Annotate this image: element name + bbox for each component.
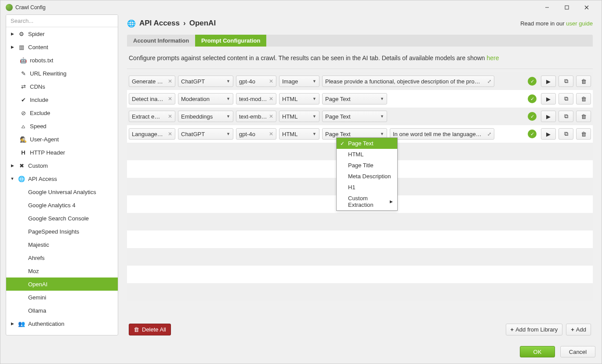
prompt-row: Generate alt tex✕ChatGPT▼gpt-4o✕Image▼Pl… (127, 72, 593, 90)
duplicate-button[interactable]: ⧉ (558, 111, 573, 122)
tree-item-exclude[interactable]: ⊘ Exclude (6, 106, 118, 119)
add-button[interactable]: + Add (566, 324, 591, 335)
prompt-name-input[interactable]: Language of Pa✕ (129, 128, 175, 140)
source-select[interactable]: Image▼ (279, 76, 319, 87)
tree-item-api-access[interactable]: ▼ 🌐 API Access (6, 172, 118, 185)
delete-all-button[interactable]: 🗑 Delete All (129, 324, 171, 335)
check-circle-icon: ✔ (19, 96, 27, 103)
add-from-library-button[interactable]: + Add from Library (506, 324, 563, 335)
dropdown-item[interactable]: Custom Extraction▶ (337, 193, 397, 210)
tree-item-ga4[interactable]: Google Analytics 4 (6, 198, 118, 212)
copy-icon: ⧉ (564, 78, 568, 85)
description: Configure prompts against selected conte… (123, 47, 596, 65)
clear-icon[interactable]: ✕ (168, 96, 172, 102)
target-select[interactable]: Page Text▼ (322, 93, 387, 105)
tree-item-majestic[interactable]: Majestic (6, 238, 118, 251)
source-select[interactable]: HTML▼ (279, 111, 319, 122)
minimize-button[interactable] (537, 1, 557, 14)
clear-icon[interactable]: ✕ (168, 113, 172, 119)
run-button[interactable]: ▶ (541, 93, 556, 105)
run-button[interactable]: ▶ (541, 76, 556, 87)
tab-prompt-configuration[interactable]: Prompt Configuration (195, 35, 266, 47)
user-guide-link[interactable]: user guide (566, 20, 593, 27)
model-select[interactable]: gpt-4o✕ (236, 128, 276, 140)
clear-icon[interactable]: ✕ (269, 96, 273, 102)
trash-icon: 🗑 (581, 131, 587, 137)
models-here-link[interactable]: here (487, 54, 499, 61)
tree-item-gua[interactable]: Google Universal Analytics (6, 185, 118, 198)
model-select[interactable]: gpt-4o✕ (236, 76, 276, 87)
tree-item-user-agent[interactable]: 🕵 User-Agent (6, 133, 118, 146)
tree-item-http-header[interactable]: H HTTP Header (6, 146, 118, 159)
run-button[interactable]: ▶ (541, 111, 556, 122)
tree-item-custom[interactable]: ▶ ✖ Custom (6, 159, 118, 172)
tree-item-spider[interactable]: ▶ ⚙ Spider (6, 27, 118, 40)
delete-row-button[interactable]: 🗑 (576, 76, 591, 87)
engine-select[interactable]: Moderation▼ (178, 93, 233, 105)
delete-row-button[interactable]: 🗑 (576, 111, 591, 122)
duplicate-button[interactable]: ⧉ (558, 128, 573, 140)
maximize-button[interactable] (557, 1, 577, 14)
tree-item-ahrefs[interactable]: Ahrefs (6, 251, 118, 264)
delete-row-button[interactable]: 🗑 (576, 128, 591, 140)
enabled-toggle[interactable]: ✓ (528, 130, 537, 138)
prompt-text-input[interactable]: In one word tell me the language of the⤢ (390, 128, 494, 140)
tree-item-gsc[interactable]: Google Search Console (6, 212, 118, 225)
enabled-toggle[interactable]: ✓ (528, 112, 537, 121)
prompt-name-input[interactable]: Detect inapprop✕ (129, 93, 175, 105)
chevron-down-icon: ▼ (380, 114, 384, 119)
run-button[interactable]: ▶ (541, 128, 556, 140)
prompt-name-input[interactable]: Generate alt tex✕ (129, 76, 175, 87)
expand-icon[interactable]: ⤢ (487, 79, 491, 84)
tree-item-psi[interactable]: PageSpeed Insights (6, 225, 118, 238)
engine-select[interactable]: ChatGPT▼ (178, 76, 233, 87)
clear-icon[interactable]: ✕ (168, 131, 172, 137)
target-select[interactable]: Page Text▼ (322, 111, 387, 122)
prompt-text-input[interactable]: Please provide a functional, objective d… (322, 76, 494, 87)
copy-icon: ⧉ (564, 113, 568, 120)
dropdown-item[interactable]: H1 (337, 182, 397, 193)
cancel-button[interactable]: Cancel (560, 346, 595, 357)
config-tree[interactable]: ▶ ⚙ Spider ▶ ▥ Content 🤖 robots.txt ✎ UR… (6, 27, 118, 335)
dropdown-item[interactable]: Page Title (337, 160, 397, 171)
dropdown-item[interactable]: Meta Description (337, 171, 397, 182)
prompt-row: Extract embedd✕Embeddings▼text-embeddir✕… (127, 108, 593, 125)
prompt-name-input[interactable]: Extract embedd✕ (129, 111, 175, 122)
tree-item-authentication[interactable]: ▶ 👥 Authentication (6, 317, 118, 330)
clear-icon[interactable]: ✕ (168, 78, 172, 84)
expand-icon[interactable]: ⤢ (487, 131, 491, 137)
tab-account-information[interactable]: Account Information (127, 35, 195, 47)
dropdown-item[interactable]: HTML (337, 149, 397, 160)
engine-select[interactable]: Embeddings▼ (178, 111, 233, 122)
tree-item-robots[interactable]: 🤖 robots.txt (6, 54, 118, 67)
duplicate-button[interactable]: ⧉ (558, 76, 573, 87)
model-select[interactable]: text-moderati✕ (236, 93, 276, 105)
tree-item-ollama[interactable]: Ollama (6, 304, 118, 317)
enabled-toggle[interactable]: ✓ (528, 94, 537, 103)
model-select[interactable]: text-embeddir✕ (236, 111, 276, 122)
tree-item-openai[interactable]: OpenAI (6, 278, 118, 291)
tree-item-gemini[interactable]: Gemini (6, 291, 118, 304)
tree-item-include[interactable]: ✔ Include (6, 93, 118, 106)
engine-select[interactable]: ChatGPT▼ (178, 128, 233, 140)
tree-item-speed[interactable]: 🜂 Speed (6, 119, 118, 133)
clear-icon[interactable]: ✕ (269, 113, 273, 119)
edit-icon: ✎ (19, 70, 27, 77)
clear-icon[interactable]: ✕ (269, 131, 273, 137)
close-button[interactable] (577, 1, 596, 14)
clear-icon[interactable]: ✕ (269, 78, 273, 84)
search-input[interactable] (6, 15, 118, 27)
sidebar: ▶ ⚙ Spider ▶ ▥ Content 🤖 robots.txt ✎ UR… (6, 14, 118, 335)
tree-item-cdns[interactable]: ⇄ CDNs (6, 80, 118, 93)
delete-row-button[interactable]: 🗑 (576, 93, 591, 105)
dropdown-item[interactable]: Page Text (337, 138, 397, 149)
ok-button[interactable]: OK (520, 346, 555, 357)
tree-item-moz[interactable]: Moz (6, 264, 118, 278)
duplicate-button[interactable]: ⧉ (558, 93, 573, 105)
play-icon: ▶ (546, 131, 551, 137)
source-select[interactable]: HTML▼ (279, 93, 319, 105)
tree-item-url-rewriting[interactable]: ✎ URL Rewriting (6, 67, 118, 80)
enabled-toggle[interactable]: ✓ (528, 77, 537, 86)
source-select[interactable]: HTML▼ (279, 128, 319, 140)
tree-item-content[interactable]: ▶ ▥ Content (6, 40, 118, 54)
